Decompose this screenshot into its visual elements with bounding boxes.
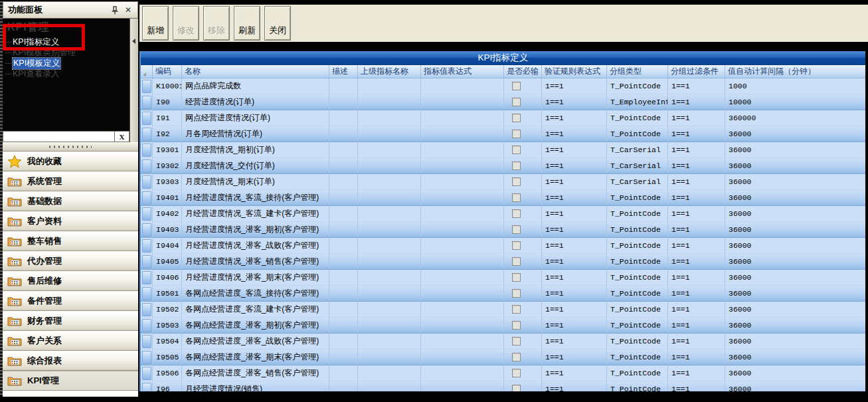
required-checkbox[interactable] (512, 273, 521, 282)
required-checkbox[interactable] (512, 337, 521, 346)
tree-item[interactable]: KPI指标定义 (3, 37, 130, 47)
row-selector[interactable] (141, 174, 153, 190)
table-row[interactable]: I9502各网点经营进度_客流_建卡(客户管理)1==1T_PointCode1… (141, 302, 865, 318)
toolbar-button-关闭[interactable]: 关闭 (264, 6, 291, 41)
row-selector[interactable] (141, 318, 153, 334)
tree-scrollbar[interactable] (130, 19, 138, 131)
row-selector[interactable] (141, 254, 153, 270)
nav-group-系统管理[interactable]: 系统管理 (3, 171, 138, 191)
nav-group-基础数据[interactable]: 基础数据 (3, 191, 138, 211)
column-header[interactable]: 分组类型 (607, 65, 668, 78)
row-selector[interactable] (141, 206, 153, 222)
row-selector[interactable] (141, 270, 153, 286)
required-checkbox[interactable] (512, 161, 521, 170)
column-header[interactable]: 分组过滤条件 (668, 65, 725, 78)
nav-group-partial[interactable] (3, 391, 138, 397)
nav-group-整车销售[interactable]: 整车销售 (3, 231, 138, 251)
panel-splitter[interactable] (3, 142, 138, 151)
required-checkbox[interactable] (512, 98, 521, 106)
table-row[interactable]: I9303月度经营情况_期末(订单)1==1T_CarSerial1==1360… (141, 174, 865, 190)
nav-group-客户关系[interactable]: 客户关系 (3, 331, 138, 351)
row-selector[interactable] (141, 286, 153, 302)
required-checkbox[interactable] (512, 82, 521, 90)
table-row[interactable]: I9503各网点经营进度_潜客_期初(客户管理)1==1T_PointCode1… (141, 318, 865, 334)
row-selector[interactable] (141, 365, 153, 381)
desc-cell (329, 78, 358, 94)
required-checkbox[interactable] (512, 177, 521, 186)
required-checkbox[interactable] (512, 241, 521, 250)
table-row[interactable]: I92月各周经营情况(订单)1==1T_PointCode1==136000 (141, 126, 865, 142)
table-row[interactable]: I91网点经营进度情况(订单)1==1T_PointCode1==1360000 (141, 110, 865, 126)
table-row[interactable]: I9302月度经营情况_交付(订单)1==1T_CarSerial1==1360… (141, 158, 865, 174)
row-selector[interactable] (141, 126, 153, 142)
row-selector[interactable] (141, 222, 153, 238)
table-row[interactable]: K10001网点品牌完成数1==1T_PointCode1==11000 (141, 78, 865, 94)
column-header[interactable]: 验证规则表达式 (542, 65, 607, 78)
column-header[interactable]: 描述 (329, 65, 358, 78)
column-header[interactable]: 名称 (182, 65, 329, 78)
column-header[interactable]: 指标值表达式 (421, 65, 504, 78)
nav-group-客户资料[interactable]: 客户资料 (3, 211, 138, 231)
table-row[interactable]: I9406月经营进度情况_潜客_期末(客户管理)1==1T_PointCode1… (141, 270, 865, 286)
required-checkbox[interactable] (512, 114, 521, 122)
column-header[interactable]: 编码 (153, 65, 182, 78)
row-selector[interactable] (141, 158, 153, 174)
table-row[interactable]: I9301月度经营情况_期初(订单)1==1T_CarSerial1==1360… (141, 142, 865, 158)
required-checkbox[interactable] (512, 321, 521, 330)
filter-clear-button[interactable]: X (115, 131, 130, 142)
tree-item[interactable]: KPI查看录入 (3, 68, 130, 79)
pin-icon[interactable] (110, 5, 120, 15)
table-row[interactable]: I9404月经营进度情况_潜客_战败(客户管理)1==1T_PointCode1… (141, 238, 865, 254)
nav-group-label: 系统管理 (27, 175, 62, 187)
table-row[interactable]: I9506各网点经营进度_潜客_销售(客户管理)1==1T_PointCode1… (141, 365, 865, 381)
row-selector[interactable] (141, 302, 153, 318)
nav-group-我的收藏[interactable]: 我的收藏 (3, 151, 138, 171)
required-checkbox[interactable] (512, 369, 521, 377)
row-selector[interactable] (141, 78, 153, 94)
table-row[interactable]: I9504各网点经营进度_潜客_战败(客户管理)1==1T_PointCode1… (141, 334, 865, 350)
nav-group-代办管理[interactable]: 代办管理 (3, 251, 138, 271)
row-selector[interactable] (141, 381, 153, 391)
nav-group-备件管理[interactable]: 备件管理 (3, 291, 138, 311)
toolbar-button-刷新[interactable]: 刷新 (234, 6, 260, 41)
table-row[interactable]: I9505各网点经营进度_潜客_期末(客户管理)1==1T_PointCode1… (141, 350, 865, 365)
table-row[interactable]: I9402月经营进度情况_客流_建卡(客户管理)1==1T_PointCode1… (141, 206, 865, 222)
tree-filter-input[interactable] (3, 131, 115, 142)
table-row[interactable]: I90经营进度情况(订单)1==1T_EmployeeInfo1==110000 (141, 94, 865, 110)
required-checkbox[interactable] (512, 130, 521, 138)
required-checkbox[interactable] (512, 385, 521, 391)
table-row[interactable]: I9401月经营进度情况_客流_接待(客户管理)1==1T_PointCode1… (141, 190, 865, 206)
required-checkbox[interactable] (512, 289, 521, 298)
close-icon[interactable]: ✕ (123, 5, 133, 15)
nav-group-财务管理[interactable]: 财务管理 (3, 311, 138, 331)
row-selector[interactable] (141, 190, 153, 206)
table-row[interactable]: I9501各网点经营进度_客流_接待(客户管理)1==1T_PointCode1… (141, 286, 865, 302)
required-checkbox[interactable] (512, 305, 521, 314)
required-checkbox[interactable] (512, 193, 521, 202)
toolbar-button-新增[interactable]: 新增 (142, 6, 169, 41)
row-selector[interactable] (141, 142, 153, 158)
required-checkbox[interactable] (512, 225, 521, 234)
tree-item[interactable]: KPI模板定义 (3, 58, 130, 68)
nav-group-售后维修[interactable]: 售后维修 (3, 271, 138, 291)
required-checkbox[interactable] (512, 146, 521, 154)
table-row[interactable]: I9405月经营进度情况_潜客_销售(客户管理)1==1T_PointCode1… (141, 254, 865, 270)
column-header[interactable]: 上级指标名称 (358, 65, 421, 78)
tree-item[interactable]: KPI模板类别管理 (3, 47, 130, 58)
row-selector[interactable] (141, 334, 153, 350)
column-header[interactable]: 值自动计算间隔（分钟） (725, 65, 865, 78)
table-row[interactable]: I96月经营进度情况(销售)1==1T_PointCode1==136000 (141, 381, 865, 391)
required-checkbox[interactable] (512, 257, 521, 266)
required-checkbox[interactable] (512, 209, 521, 218)
nav-group-KPI管理[interactable]: KPI管理 (3, 371, 138, 391)
rule-cell: 1==1 (542, 126, 607, 142)
nav-group-综合报表[interactable]: 综合报表 (3, 351, 138, 371)
required-checkbox[interactable] (512, 353, 521, 361)
row-selector[interactable] (141, 94, 153, 110)
row-selector[interactable] (141, 350, 153, 365)
select-all-corner[interactable] (141, 65, 153, 78)
row-selector[interactable] (141, 110, 153, 126)
column-header[interactable]: 是否必输 (504, 65, 542, 78)
row-selector[interactable] (141, 238, 153, 254)
table-row[interactable]: I9403月经营进度情况_潜客_期初(客户管理)1==1T_PointCode1… (141, 222, 865, 238)
